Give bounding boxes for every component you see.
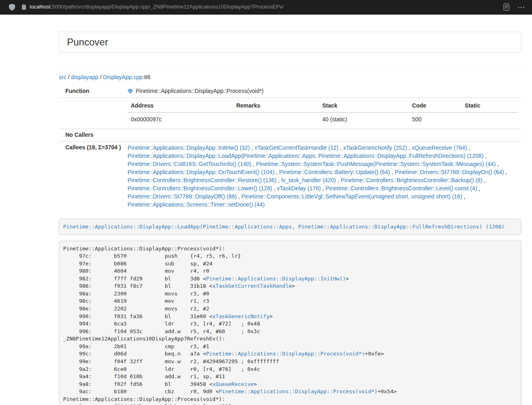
callee-separator: , (390, 169, 395, 175)
col-code: Code (409, 100, 461, 112)
callee-separator: , (272, 185, 277, 192)
col-address: Address (127, 100, 233, 112)
callee-link[interactable]: Pinetime::Applications::DisplayApp::OnTo… (127, 169, 274, 175)
url-host: localhost (30, 3, 50, 11)
callee-link[interactable]: Pinetime::Drivers::St7789::DisplayOn() (… (395, 169, 504, 175)
callee-separator: , (467, 144, 470, 151)
callee-separator: , (504, 169, 507, 175)
callee-link[interactable]: Pinetime::Controllers::BrightnessControl… (325, 185, 477, 192)
no-callers-row: No Callers (59, 129, 521, 142)
toolbar-actions: ⋯ (504, 3, 526, 11)
callees-row: Callees (19, Σ=3704 ) Pinetime::Applicat… (59, 142, 521, 211)
col-remarks: Remarks (233, 100, 319, 112)
callee-separator: , (477, 185, 480, 192)
disasm-symbol-link[interactable]: xTaskGetCurrentTaskHandle (212, 283, 292, 289)
callee-separator: , (276, 177, 281, 183)
callee-separator: , (274, 169, 279, 175)
col-static: Static (461, 100, 518, 112)
page-icon (22, 4, 26, 10)
callee-link[interactable]: xQueueReceive (764) (412, 144, 467, 151)
function-row: Function Pinetime::Applications::Display… (59, 85, 521, 97)
callee-separator: , (462, 193, 465, 200)
callee-link[interactable]: Pinetime::Drivers::St7789::DisplayOff() … (127, 193, 237, 200)
disasm-symbol-link[interactable]: Pinetime::Applications::DisplayApp::Init… (206, 276, 346, 282)
disasm-symbol-link[interactable]: Pinetime::Applications::DisplayApp::Proc… (206, 351, 365, 357)
callee-separator: , (495, 161, 499, 167)
callee-separator: , (336, 177, 341, 183)
breadcrumb-src[interactable]: src (59, 74, 67, 80)
callee-separator: , (482, 177, 486, 183)
callee-link[interactable]: Pinetime::Controllers::Battery::Update()… (279, 169, 390, 175)
function-details-table: Address Remarks Stack Code Static 0x0000… (127, 100, 518, 127)
function-name: Pinetime::Applications::DisplayApp::Proc… (136, 87, 263, 95)
selected-callee-box: Pinetime::Applications::DisplayApp::Load… (59, 219, 521, 235)
col-stack: Stack (319, 100, 409, 112)
page-container: Puncover src / displayapp / DisplayApp.c… (59, 32, 521, 405)
callees-label: Callees (19, Σ=3704 ) (59, 142, 124, 211)
cell-address: 0x0000097c (127, 112, 233, 127)
callee-link[interactable]: Pinetime::Drivers::Cst816S::GetTouchInfo… (127, 161, 251, 167)
callee-link[interactable]: Pinetime::Controllers::BrightnessControl… (127, 177, 276, 183)
callee-separator: , (321, 185, 325, 192)
browser-toolbar: localhost:5000/path/src/displayapp/Displ… (0, 0, 532, 15)
url-bar[interactable]: localhost:5000/path/src/displayapp/Displ… (22, 3, 284, 11)
callee-separator: , (237, 193, 241, 200)
breadcrumb-file[interactable]: DisplayApp.cpp (103, 74, 142, 80)
callee-link[interactable]: Pinetime::System::SystemTask::PushMessag… (256, 161, 496, 167)
function-details-row: Address Remarks Stack Code Static 0x0000… (59, 98, 521, 129)
shield-icon[interactable] (9, 4, 15, 11)
app-header-panel: Puncover (59, 32, 521, 53)
callee-link[interactable]: vTaskDelay (176) (277, 185, 321, 192)
breadcrumb: src / displayapp / DisplayApp.cpp:86 (59, 73, 521, 82)
callee-link[interactable]: xTaskGenericNotify (252) (343, 144, 407, 151)
selected-callee-link[interactable]: Pinetime::Applications::DisplayApp::Load… (63, 224, 505, 230)
function-table: Function Pinetime::Applications::Display… (59, 85, 521, 211)
cell-static (461, 112, 518, 127)
details-value-row: 0x0000097c 40 (static) 500 (127, 112, 518, 127)
no-callers-label: No Callers (59, 129, 124, 142)
function-icon (127, 89, 133, 94)
reader-mode-icon[interactable] (504, 4, 509, 11)
callee-link[interactable]: Pinetime::Applications::DisplayApp::Load… (127, 153, 483, 159)
disasm-symbol-link[interactable]: xQueueReceive (212, 381, 254, 387)
overflow-menu-icon[interactable]: ⋯ (517, 3, 526, 11)
callee-separator: , (483, 153, 487, 159)
callee-separator: , (407, 144, 412, 151)
callee-link[interactable]: Pinetime::Controllers::BrightnessControl… (127, 185, 272, 192)
divider (59, 65, 521, 66)
url-path: :5000/path/src/displayapp/DisplayApp.cpp… (50, 3, 284, 11)
callee-link[interactable]: xTaskGetCurrentTaskHandle (12) (254, 144, 338, 151)
callee-link[interactable]: Pinetime::Controllers::BrightnessControl… (340, 177, 482, 183)
callee-link[interactable]: lv_task_handler (420) (281, 177, 336, 183)
breadcrumb-displayapp[interactable]: displayapp (71, 74, 98, 80)
cell-remarks (233, 112, 319, 127)
function-label: Function (59, 85, 124, 97)
callees-list: Pinetime::Applications::DisplayApp::Init… (124, 142, 521, 211)
disasm-symbol-link[interactable]: xTaskGenericNotify (212, 313, 269, 319)
breadcrumb-separator: / (67, 74, 71, 80)
disasm-symbol-link[interactable]: Pinetime::Applications::DisplayApp::Proc… (219, 388, 377, 394)
cell-code: 500 (409, 112, 461, 127)
callee-link[interactable]: Pinetime::Components::LittleVgl::SetNewT… (241, 193, 462, 200)
callee-separator: , (250, 144, 254, 151)
callee-link[interactable]: Pinetime::Applications::Screens::Timer::… (127, 201, 265, 208)
page-title: Puncover (67, 37, 513, 47)
details-header-row: Address Remarks Stack Code Static (127, 100, 518, 112)
callee-link[interactable]: Pinetime::Applications::DisplayApp::Init… (127, 144, 250, 151)
callee-separator: , (251, 161, 256, 167)
disassembly-pre: Pinetime::Applications::DisplayApp::Proc… (59, 241, 521, 405)
cell-stack: 40 (static) (319, 112, 409, 127)
breadcrumb-separator: / (98, 74, 103, 80)
callee-separator: , (338, 144, 343, 151)
breadcrumb-line-number: :86 (142, 74, 150, 80)
